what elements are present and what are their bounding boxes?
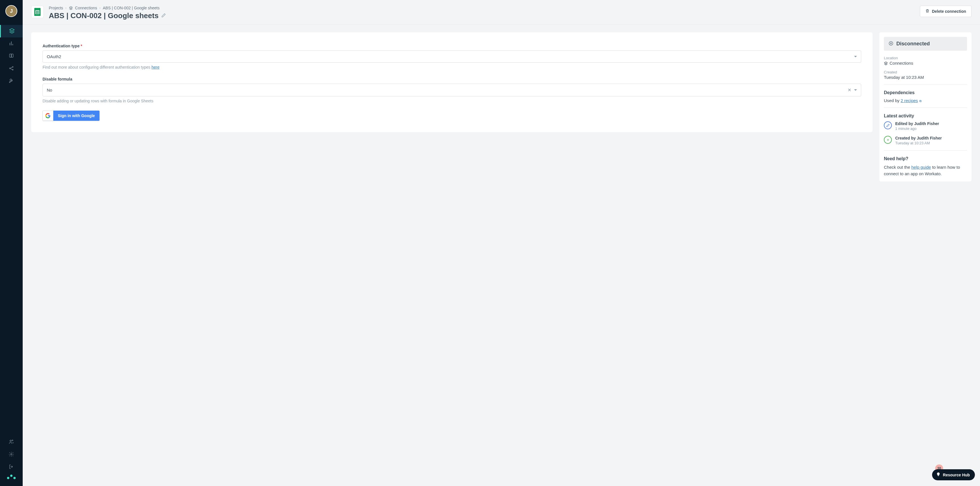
sign-in-google-button[interactable]: Sign in with Google [43, 111, 100, 121]
info-side-card: Disconnected Location Connections Create… [879, 32, 972, 181]
svg-point-3 [10, 440, 11, 442]
delete-connection-button[interactable]: Delete connection [920, 6, 972, 17]
layers-icon [69, 6, 73, 10]
svg-point-7 [13, 477, 16, 479]
auth-type-value: OAuth2 [47, 54, 61, 59]
people-icon [8, 439, 14, 445]
svg-point-1 [12, 66, 13, 67]
page-header: Projects › Connections › ABS | CON-002 |… [23, 0, 980, 24]
disable-formula-help: Disable adding or updating rows with for… [43, 98, 861, 103]
main-area: Projects › Connections › ABS | CON-002 |… [23, 0, 980, 486]
bar-chart-icon [8, 41, 14, 47]
chevron-down-icon [854, 89, 857, 91]
pencil-icon [884, 121, 892, 129]
disable-formula-select[interactable]: No ✕ [43, 84, 861, 97]
app-root: J [0, 0, 980, 486]
help-guide-link[interactable]: help guide [912, 165, 931, 170]
book-icon [8, 53, 14, 60]
clear-icon[interactable]: ✕ [848, 87, 851, 93]
chevron-down-icon [854, 56, 857, 57]
layers-icon [884, 61, 888, 65]
trash-icon [925, 9, 929, 14]
need-help-text: Check out the help guide to learn how to… [884, 164, 967, 177]
sign-in-google-label: Sign in with Google [53, 111, 100, 121]
external-link-icon: ⧉ [918, 99, 921, 103]
location-meta: Location Connections [884, 56, 967, 65]
activity-time: 1 minute ago [895, 127, 939, 131]
nav-logout[interactable] [0, 461, 23, 473]
location-label: Location [884, 56, 967, 60]
google-sheets-icon [31, 6, 44, 18]
nav-settings[interactable] [0, 448, 23, 461]
svg-point-4 [11, 453, 12, 455]
content-row: Authentication type * OAuth2 Find out mo… [23, 24, 980, 189]
nav-tools[interactable] [0, 75, 23, 87]
need-help-title: Need help? [884, 156, 967, 161]
svg-point-2 [12, 69, 13, 70]
required-marker: * [81, 44, 82, 48]
google-logo-icon [43, 111, 53, 121]
auth-type-field: Authentication type * OAuth2 Find out mo… [43, 44, 861, 70]
connection-status: Disconnected [884, 37, 967, 51]
wrench-icon [8, 78, 14, 84]
activity-item: Edited by Judith Fisher 1 minute ago [884, 121, 967, 131]
activity-title: Created by Judith Fisher [895, 136, 942, 140]
status-text: Disconnected [896, 41, 930, 47]
nav-projects[interactable] [0, 25, 23, 37]
nav-dashboard[interactable] [0, 37, 23, 50]
delete-button-label: Delete connection [932, 9, 966, 14]
recipes-link[interactable]: 2 recipes [900, 98, 918, 103]
plus-icon [884, 136, 892, 144]
activity-item: Created by Judith Fisher Tuesday at 10:2… [884, 136, 967, 145]
disable-formula-field: Disable formula No ✕ Disable adding or u… [43, 77, 861, 103]
location-value: Connections [889, 61, 913, 65]
avatar[interactable]: J [5, 5, 17, 17]
auth-type-label: Authentication type * [43, 44, 861, 48]
dependencies-line: Used by 2 recipes ⧉ [884, 98, 967, 103]
breadcrumb-current: ABS | CON-002 | Google sheets [103, 6, 159, 10]
svg-point-5 [7, 477, 10, 479]
svg-point-0 [10, 68, 10, 68]
nav-library[interactable] [0, 50, 23, 62]
nav-people[interactable] [0, 436, 23, 448]
disconnected-icon [888, 41, 894, 47]
auth-type-select[interactable]: OAuth2 [43, 51, 861, 63]
lightbulb-icon [936, 472, 940, 478]
svg-point-6 [10, 475, 13, 477]
nav-connections[interactable] [0, 62, 23, 75]
activity-time: Tuesday at 10:23 AM [895, 141, 942, 145]
created-value: Tuesday at 10:23 AM [884, 75, 967, 80]
disable-formula-value: No [47, 87, 52, 92]
share-icon [8, 65, 14, 72]
layers-icon [9, 28, 15, 35]
left-sidebar: J [0, 0, 23, 486]
auth-help-link[interactable]: here [151, 65, 159, 70]
breadcrumb-connections[interactable]: Connections [75, 6, 97, 10]
auth-type-help: Find out more about configuring differen… [43, 65, 861, 70]
logout-icon [8, 464, 14, 470]
breadcrumb: Projects › Connections › ABS | CON-002 |… [49, 6, 915, 10]
workato-logo-icon [7, 473, 16, 481]
gear-icon [8, 451, 14, 458]
dependencies-title: Dependencies [884, 90, 967, 95]
chevron-right-icon: › [65, 6, 67, 10]
latest-activity-title: Latest activity [884, 113, 967, 119]
page-title-text: ABS | CON-002 | Google sheets [49, 11, 159, 20]
page-title: ABS | CON-002 | Google sheets [49, 11, 915, 20]
breadcrumb-projects[interactable]: Projects [49, 6, 63, 10]
divider [884, 150, 967, 151]
pencil-icon[interactable] [161, 13, 166, 19]
resource-hub-label: Resource Hub [943, 473, 970, 477]
activity-title: Edited by Judith Fisher [895, 121, 939, 126]
disable-formula-label: Disable formula [43, 77, 861, 81]
chevron-right-icon: › [99, 6, 100, 10]
divider [884, 84, 967, 84]
created-label: Created [884, 70, 967, 74]
resource-hub-button[interactable]: Resource Hub [932, 469, 975, 480]
connection-form-card: Authentication type * OAuth2 Find out mo… [31, 32, 873, 132]
created-meta: Created Tuesday at 10:23 AM [884, 70, 967, 80]
